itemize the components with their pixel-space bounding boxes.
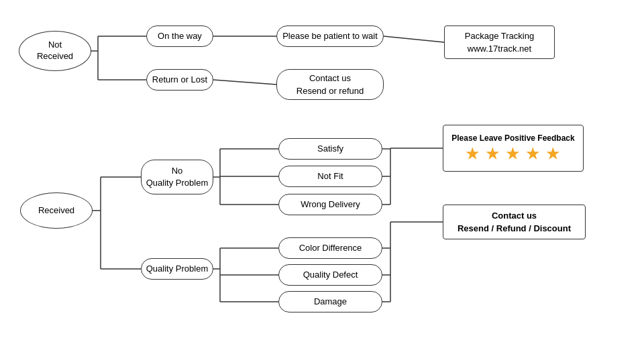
on-the-way-node: On the way	[146, 25, 213, 47]
wrong-delivery-node: Wrong Delivery	[278, 194, 382, 215]
quality-defect-node: Quality Defect	[278, 264, 382, 286]
damage-node: Damage	[278, 291, 382, 312]
not-received-node: Not Received	[19, 31, 91, 71]
no-quality-problem-node: No Quality Problem	[141, 160, 213, 194]
package-tracking-node: Package Tracking www.17track.net	[444, 25, 555, 59]
feedback-box: Please Leave Positive Feedback ★ ★ ★ ★ ★	[443, 125, 584, 172]
be-patient-node: Please be patient to wait	[276, 25, 384, 47]
satisfy-node: Satisfy	[278, 138, 382, 160]
svg-line-6	[213, 80, 276, 84]
contact-resend-refund-node: Contact us Resend or refund	[276, 69, 384, 100]
svg-line-5	[384, 36, 444, 42]
stars-display: ★ ★ ★ ★ ★	[466, 146, 561, 163]
not-fit-node: Not Fit	[278, 166, 382, 187]
return-or-lost-node: Return or Lost	[146, 69, 213, 91]
feedback-label: Please Leave Positive Feedback	[451, 133, 574, 143]
contact-resend-refund-discount-node: Contact us Resend / Refund / Discount	[443, 205, 586, 239]
color-difference-node: Color Difference	[278, 237, 382, 259]
received-node: Received	[20, 192, 93, 229]
quality-problem-node: Quality Problem	[141, 258, 213, 280]
